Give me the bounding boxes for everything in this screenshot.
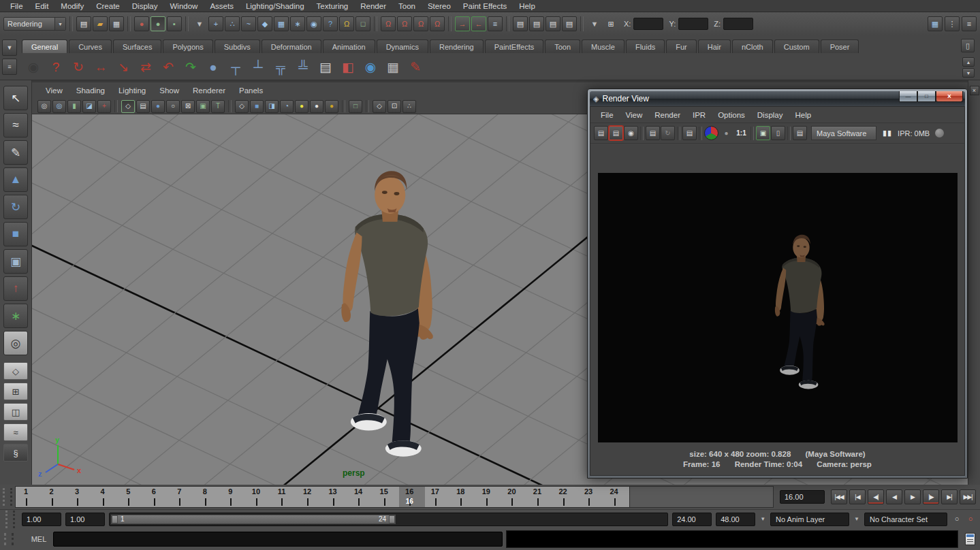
timeline-frame-7[interactable]: 7 — [169, 487, 195, 507]
step-back-frame-button[interactable]: ◀| — [868, 489, 884, 504]
menu-window[interactable]: Window — [163, 0, 204, 12]
time-slider-grip[interactable] — [3, 488, 12, 506]
step-forward-key-button[interactable]: ▶| — [941, 489, 958, 504]
redo-icon[interactable]: ↷ — [180, 56, 201, 78]
resolution-gate-icon[interactable]: ● — [151, 100, 165, 113]
panel-close-button[interactable]: × — [970, 86, 979, 95]
z-coordinate-field[interactable] — [723, 18, 753, 30]
panel-menu-lighting[interactable]: Lighting — [112, 86, 153, 95]
shelf-tab-fluids[interactable]: Fluids — [626, 39, 665, 53]
flat-lighting-icon[interactable]: ● — [310, 100, 323, 113]
menu-lighting-shading[interactable]: Lighting/Shading — [240, 0, 311, 12]
wireframe-icon[interactable]: ◇ — [235, 100, 249, 113]
minimize-button[interactable]: — — [899, 91, 917, 102]
graph-persp-layout-icon[interactable]: ≈ — [3, 423, 28, 441]
mel-label[interactable]: MEL — [28, 535, 50, 543]
close-button[interactable]: × — [936, 91, 963, 102]
shelf-tab-curves[interactable]: Curves — [69, 39, 112, 53]
step-forward-frame-button[interactable]: |▶ — [923, 489, 939, 504]
character-model[interactable] — [313, 165, 446, 459]
duplicate-icon[interactable]: ◧ — [338, 56, 358, 78]
keep-image-icon[interactable]: ▣ — [756, 126, 770, 140]
mask-dynamics-icon[interactable]: ∗ — [290, 16, 305, 31]
timeline-frame-5[interactable]: 5 — [118, 487, 144, 507]
render-settings-icon[interactable]: ▤ — [793, 126, 807, 140]
go-to-end-button[interactable]: ▶▶| — [960, 489, 976, 504]
menu-assets[interactable]: Assets — [204, 0, 240, 12]
single-pane-layout-icon[interactable]: ◇ — [3, 362, 28, 380]
timeline-frame-16[interactable]: 1616 — [399, 487, 425, 507]
snapshot-icon[interactable]: ◉ — [624, 126, 638, 140]
lock-selection-icon[interactable]: Ω — [339, 16, 354, 31]
zoom-camera-icon[interactable]: ⇄ — [136, 56, 156, 78]
mel-command-input[interactable] — [53, 532, 503, 547]
range-slider-track[interactable]: 1 24 — [109, 513, 668, 526]
open-render-view-icon[interactable]: ▤ — [513, 16, 528, 31]
timeline-frame-3[interactable]: 3 — [67, 487, 93, 507]
timeline-frame-12[interactable]: 12 — [297, 487, 323, 507]
set-key-icon[interactable]: ○ — [951, 514, 962, 525]
unparent-icon[interactable]: ┴ — [248, 56, 268, 78]
shelf-tab-poser[interactable]: Poser — [821, 39, 859, 53]
snap-to-view-planes-icon[interactable]: Ω — [430, 16, 445, 31]
shelf-tab-animation[interactable]: Animation — [323, 39, 375, 53]
panel-menu-shading[interactable]: Shading — [69, 86, 112, 95]
selection-highlight-icon[interactable]: □ — [349, 100, 362, 113]
shelf-tab-fur[interactable]: Fur — [666, 39, 697, 53]
playback-end-field[interactable] — [672, 513, 712, 526]
outliner-persp-layout-icon[interactable]: ◫ — [3, 403, 28, 421]
snap-to-curves-icon[interactable]: Ω — [397, 16, 412, 31]
range-start-handle[interactable] — [112, 515, 118, 523]
new-scene-icon[interactable]: ▤ — [76, 16, 91, 31]
node-editor-icon[interactable]: ▤ — [315, 56, 336, 78]
outputs-from-selected-icon[interactable]: ← — [471, 16, 486, 31]
character-set-select[interactable]: No Character Set — [864, 513, 947, 526]
smooth-shade-icon[interactable]: ■ — [250, 100, 264, 113]
render-view-menu-options[interactable]: Options — [712, 111, 751, 119]
redo-previous-render-icon[interactable]: ▤ — [594, 126, 608, 140]
shelf-tab-painteffects[interactable]: PaintEffects — [485, 39, 544, 53]
panel-menu-show[interactable]: Show — [153, 86, 186, 95]
select-hierarchy-icon[interactable]: ● — [134, 16, 149, 31]
menu-paint-effects[interactable]: Paint Effects — [457, 0, 513, 12]
maximize-button[interactable]: □ — [917, 91, 936, 102]
timeline-frame-24[interactable]: 24 — [604, 487, 630, 507]
command-result-field[interactable] — [506, 530, 958, 548]
timeline-frame-1[interactable]: 1 — [16, 487, 42, 507]
timeline-frame-13[interactable]: 13 — [323, 487, 349, 507]
shelf-trash-icon[interactable]: ▯ — [961, 39, 975, 52]
timeline-frame-21[interactable]: 21 — [527, 487, 553, 507]
timeline-frame-18[interactable]: 18 — [450, 487, 476, 507]
help-icon[interactable]: ? — [46, 56, 66, 78]
soft-modification-tool-icon[interactable]: ↑ — [3, 276, 28, 301]
scale-tool-icon[interactable]: ■ — [3, 222, 28, 246]
y-coordinate-field[interactable] — [678, 18, 708, 30]
field-chart-icon[interactable]: ⊠ — [181, 100, 195, 113]
selection-mask-dropdown-icon[interactable]: ▼ — [192, 16, 207, 31]
shelf-menu-icon[interactable]: ≡ — [2, 59, 17, 75]
image-plane-icon[interactable]: ◪ — [82, 100, 96, 113]
highlight-selection-icon[interactable]: □ — [355, 16, 370, 31]
time-slider-ruler[interactable]: 1234567891011121314151616171819202122232… — [15, 486, 630, 508]
refresh-ipr-icon[interactable]: ↻ — [661, 126, 675, 140]
shelf-tab-general[interactable]: General — [22, 39, 67, 53]
delete-unused-icon[interactable]: ● — [203, 56, 223, 78]
shelf-tab-toon[interactable]: Toon — [545, 39, 580, 53]
tumble-camera-icon[interactable]: ↻ — [68, 56, 89, 78]
xray-icon[interactable]: ⊡ — [388, 100, 401, 113]
move-tool-icon[interactable]: ▲ — [3, 167, 28, 192]
camera-attributes-icon[interactable]: ◎ — [52, 100, 66, 113]
mask-rendering-icon[interactable]: ◉ — [306, 16, 321, 31]
safe-title-icon[interactable]: T — [211, 100, 225, 113]
timeline-frame-8[interactable]: 8 — [195, 487, 221, 507]
timeline-frame-22[interactable]: 22 — [552, 487, 578, 507]
rgb-channels-icon[interactable] — [704, 126, 718, 140]
timeline-frame-4[interactable]: 4 — [93, 487, 118, 507]
character-set-dropdown-icon[interactable]: ▼ — [853, 516, 860, 522]
share-icon[interactable]: ∴ — [402, 100, 416, 113]
rotate-tool-icon[interactable]: ↻ — [3, 195, 28, 219]
shelf-scroll-up-icon[interactable]: ▲ — [962, 57, 975, 67]
shelf-tab-custom[interactable]: Custom — [774, 39, 819, 53]
undo-icon[interactable]: ↶ — [158, 56, 178, 78]
render-image-canvas[interactable] — [598, 173, 958, 442]
